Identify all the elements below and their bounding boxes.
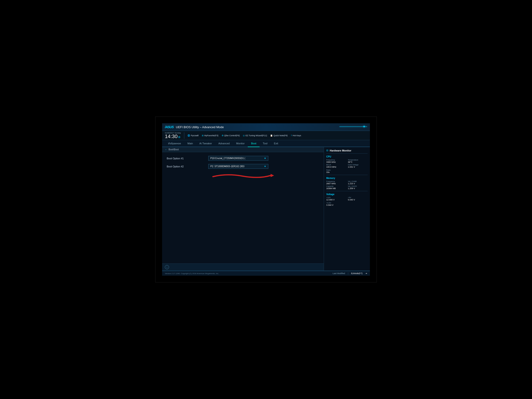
- dropdown-arrow-2: ▼: [264, 165, 266, 168]
- status-bar: 01/08/2017 Sunday 14:30 ⚙ 🌐 Русский ⊞ My…: [162, 131, 370, 140]
- quick-note-btn[interactable]: 📋 Quick Note(F9): [270, 134, 287, 137]
- mem-freq: Frequency 2667 MHz: [326, 180, 346, 185]
- nav-izbranoe[interactable]: Избранное: [165, 140, 184, 147]
- ez-tuning-btn[interactable]: ◎ EZ Tuning Wizard(F11): [243, 134, 267, 137]
- dropdown-arrow-1: ▼: [264, 157, 266, 159]
- mem-volchcd: Vol_CHCD 1.209 V: [348, 185, 368, 190]
- boot-option-2-select[interactable]: P2: ST1000DM003-1ER162 (953 ▼: [208, 164, 268, 169]
- voltage-grid: +12V 12.000 V +5V 5.040 V: [326, 196, 367, 201]
- fan-icon: ♻: [222, 134, 223, 137]
- hotkeys-icon: ?: [291, 134, 292, 137]
- hot-keys-btn[interactable]: ? Hot Keys: [291, 134, 301, 137]
- asus-logo: /ASUS: [165, 125, 174, 129]
- divider: [184, 132, 184, 139]
- hw-divider-2: [326, 191, 367, 191]
- nav-ai-tweaker[interactable]: Ai Tweaker: [196, 140, 215, 147]
- breadcrumb: ← Boot\Boot: [162, 147, 324, 152]
- time-gear-icon[interactable]: ⚙: [178, 136, 181, 139]
- hw-divider-1: [326, 175, 367, 175]
- ez-mode-btn[interactable]: EzMode(F7): [351, 272, 362, 275]
- my-favorite-btn[interactable]: ⊞ MyFavorite(F3): [202, 134, 218, 137]
- volt-33v: +3.3V 3.344 V: [326, 202, 367, 206]
- last-modified-btn[interactable]: Last Modified: [333, 272, 345, 275]
- boot-option-1-value: P10:Crucial_CT250MX200SSD1 (: [210, 157, 245, 159]
- footer-divider: |: [348, 272, 348, 275]
- content-area: ← Boot\Boot Boot Option #1 P10:Crucial_C…: [162, 147, 370, 271]
- cpu-freq-label: Frequency 3300 MHz: [326, 159, 346, 163]
- nav-boot[interactable]: Boot: [248, 140, 260, 147]
- info-icon: i: [165, 265, 169, 269]
- main-content: ← Boot\Boot Boot Option #1 P10:Crucial_C…: [162, 147, 324, 271]
- voltage-section-title: Voltage: [326, 193, 367, 196]
- favorite-icon: ⊞: [202, 134, 204, 137]
- svg-marker-0: [271, 174, 274, 177]
- cpu-ratio: Ratio 33x: [326, 169, 367, 173]
- cpu-corevoltage-label: Core Voltage 1.031 V: [348, 164, 368, 168]
- nav-tool[interactable]: Tool: [260, 140, 271, 147]
- exit-icon[interactable]: ⇥: [365, 272, 367, 275]
- boot-option-2-value: P2: ST1000DM003-1ER162 (953: [210, 165, 244, 168]
- cpu-section-title: CPU: [326, 155, 367, 158]
- boot-option-1-select[interactable]: P10:Crucial_CT250MX200SSD1 ( ▼: [208, 156, 268, 161]
- volt-12v: +12V 12.000 V: [326, 196, 346, 201]
- boot-option-1-row: Boot Option #1 P10:Crucial_CT250MX200SSD…: [167, 156, 319, 161]
- note-icon: 📋: [270, 134, 273, 137]
- bottom-info-bar: i: [162, 263, 324, 271]
- time-display: 14:30: [165, 134, 177, 139]
- mem-capacity: Capacity 16384 MB: [326, 185, 346, 190]
- hardware-monitor-panel: ⊟ Hardware Monitor CPU Frequency 3300 MH…: [324, 147, 370, 271]
- boot-option-2-label: Boot Option #2: [167, 165, 208, 168]
- memory-section-title: Memory: [326, 177, 367, 179]
- hw-monitor-label: Hardware Monitor: [330, 149, 351, 152]
- version-text: Version 2.17.1246. Copyright (C) 2016 Am…: [165, 272, 219, 275]
- cpu-grid: Frequency 3300 MHz Temperature 36°C BCLK…: [326, 159, 367, 168]
- date-time: 01/08/2017 Sunday 14:30 ⚙: [165, 132, 181, 139]
- boot-option-2-row: Boot Option #2 P2: ST1000DM003-1ER162 (9…: [167, 164, 319, 169]
- boot-option-1-label: Boot Option #1: [167, 157, 208, 160]
- bios-title: UEFI BIOS Utility – Advanced Mode: [176, 125, 224, 129]
- mem-volchab: Vol_CHAB 1.215 V: [348, 180, 368, 185]
- red-annotation-arrow: [208, 172, 278, 181]
- globe-icon: 🌐: [188, 134, 190, 137]
- hw-monitor-title: ⊟ Hardware Monitor: [326, 149, 367, 153]
- cpu-temp-label: Temperature 36°C: [348, 159, 368, 163]
- breadcrumb-text: Boot\Boot: [169, 148, 179, 151]
- monitor-icon: ⊟: [326, 149, 328, 152]
- circuit-decoration: [339, 125, 367, 129]
- volt-5v: +5V 5.040 V: [348, 196, 368, 201]
- boot-options-panel: Boot Option #1 P10:Crucial_CT250MX200SSD…: [162, 152, 324, 263]
- qfan-btn[interactable]: ♻ Qfan Control(F6): [222, 134, 240, 137]
- title-bar: /ASUS UEFI BIOS Utility – Advanced Mode: [162, 123, 370, 131]
- nav-monitor[interactable]: Monitor: [233, 140, 248, 147]
- language-selector[interactable]: 🌐 Русский: [188, 134, 198, 137]
- nav-bar: Избранное Main Ai Tweaker Advanced Monit…: [162, 140, 370, 147]
- footer-bar: Version 2.17.1246. Copyright (C) 2016 Am…: [162, 271, 370, 276]
- nav-exit[interactable]: Exit: [271, 140, 281, 147]
- nav-advanced[interactable]: Advanced: [215, 140, 233, 147]
- memory-grid: Frequency 2667 MHz Vol_CHAB 1.215 V Capa…: [326, 180, 367, 190]
- tuning-icon: ◎: [243, 134, 245, 137]
- cpu-bclk-label: BCLK 100.0 MHz: [326, 164, 346, 168]
- footer-right: Last Modified | EzMode(F7) ⇥: [333, 272, 367, 275]
- nav-main[interactable]: Main: [184, 140, 196, 147]
- back-icon[interactable]: ←: [165, 148, 167, 151]
